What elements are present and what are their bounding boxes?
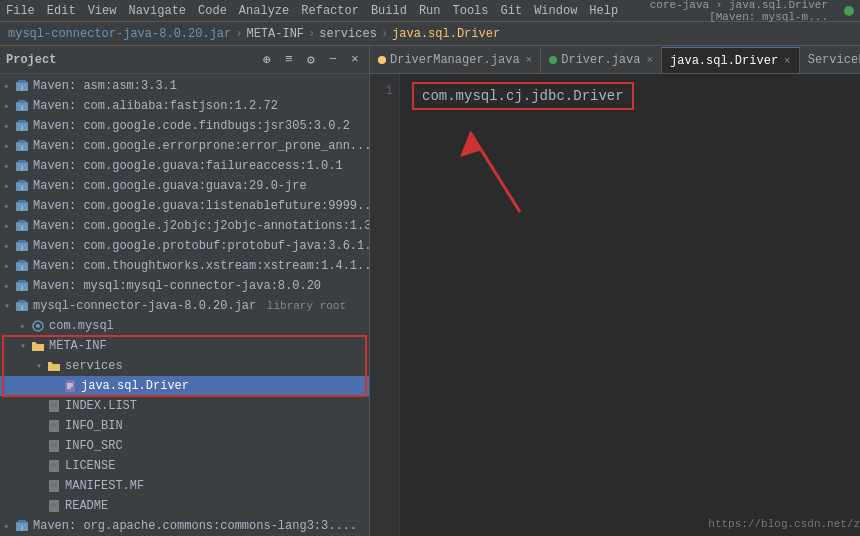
tab-serviceloader[interactable]: ServiceLoa... × <box>800 47 860 73</box>
tab-label-java-sql-driver: java.sql.Driver <box>670 54 778 68</box>
sidebar: Project ⊕ ≡ ⚙ − × ▸jMaven: asm:asm:3.3.1… <box>0 46 370 536</box>
menu-git[interactable]: Git <box>501 4 523 18</box>
tree-arrow-maven-commons[interactable]: ▸ <box>0 520 14 532</box>
tree-arrow-maven-mysql[interactable]: ▸ <box>0 280 14 292</box>
tree-label-info-src: INFO_SRC <box>65 439 123 453</box>
tree-item-readme[interactable]: README <box>0 496 369 516</box>
menu-help[interactable]: Help <box>589 4 618 18</box>
svg-text:j: j <box>20 244 23 251</box>
tree-icon-com-mysql <box>30 319 46 333</box>
tree-label-maven-guava-failureaccess: Maven: com.google.guava:failureaccess:1.… <box>33 159 343 173</box>
menu-edit[interactable]: Edit <box>47 4 76 18</box>
window-title: core-java › java.sql.Driver [Maven: mysq… <box>630 0 828 23</box>
menu-build[interactable]: Build <box>371 4 407 18</box>
tree-label-license: LICENSE <box>65 459 115 473</box>
tree-arrow-com-mysql[interactable]: ▸ <box>16 320 30 332</box>
tree-arrow-maven-xstream[interactable]: ▸ <box>0 260 14 272</box>
tree-item-maven-findbugs[interactable]: ▸jMaven: com.google.code.findbugs:jsr305… <box>0 116 369 136</box>
tree-item-maven-guava[interactable]: ▸jMaven: com.google.guava:guava:29.0-jre <box>0 176 369 196</box>
tree-item-jar-root[interactable]: ▾jmysql-connector-java-8.0.20.jar librar… <box>0 296 369 316</box>
svg-text:j: j <box>20 104 23 111</box>
breadcrumb-part2[interactable]: META-INF <box>246 27 304 41</box>
tree-label-maven-xstream: Maven: com.thoughtworks.xstream:xstream:… <box>33 259 369 273</box>
breadcrumb-part4[interactable]: java.sql.Driver <box>392 27 500 41</box>
project-tree[interactable]: ▸jMaven: asm:asm:3.3.1▸jMaven: com.aliba… <box>0 74 369 536</box>
tree-label-manifest-mf: MANIFEST.MF <box>65 479 144 493</box>
tab-close-driver[interactable]: × <box>646 54 653 66</box>
sidebar-add-icon[interactable]: ⊕ <box>259 52 275 68</box>
tree-item-maven-protobuf[interactable]: ▸jMaven: com.google.protobuf:protobuf-ja… <box>0 236 369 256</box>
menu-refactor[interactable]: Refactor <box>301 4 359 18</box>
tree-arrow-jar-root[interactable]: ▾ <box>0 300 14 312</box>
tree-arrow-maven-findbugs[interactable]: ▸ <box>0 120 14 132</box>
sidebar-close-icon[interactable]: × <box>347 52 363 68</box>
menu-analyze[interactable]: Analyze <box>239 4 289 18</box>
menu-file[interactable]: File <box>6 4 35 18</box>
menu-view[interactable]: View <box>88 4 117 18</box>
tab-close-drivermanager[interactable]: × <box>526 54 533 66</box>
tree-item-maven-asm[interactable]: ▸jMaven: asm:asm:3.3.1 <box>0 76 369 96</box>
svg-rect-10 <box>18 140 26 143</box>
tab-java-sql-driver[interactable]: java.sql.Driver × <box>662 47 800 73</box>
tree-arrow-maven-fastjson[interactable]: ▸ <box>0 100 14 112</box>
tree-item-license[interactable]: LICENSE <box>0 456 369 476</box>
tree-icon-info-bin <box>46 419 62 433</box>
tree-item-info-bin[interactable]: INFO_BIN <box>0 416 369 436</box>
tree-item-manifest-mf[interactable]: MANIFEST.MF <box>0 476 369 496</box>
svg-text:j: j <box>20 224 23 231</box>
svg-rect-16 <box>18 180 26 183</box>
tree-item-maven-commons[interactable]: ▸jMaven: org.apache.commons:commons-lang… <box>0 516 369 536</box>
tree-item-maven-mysql[interactable]: ▸jMaven: mysql:mysql-connector-java:8.0.… <box>0 276 369 296</box>
code-area[interactable]: com.mysql.cj.jdbc.Driver <box>400 74 860 536</box>
breadcrumb-part3[interactable]: services <box>319 27 377 41</box>
tree-item-java-sql-driver[interactable]: java.sql.Driver <box>0 376 369 396</box>
tree-arrow-maven-asm[interactable]: ▸ <box>0 80 14 92</box>
menu-tools[interactable]: Tools <box>453 4 489 18</box>
tree-arrow-services[interactable]: ▾ <box>32 360 46 372</box>
tree-item-maven-xstream[interactable]: ▸jMaven: com.thoughtworks.xstream:xstrea… <box>0 256 369 276</box>
tree-icon-maven-j2objc: j <box>14 219 30 233</box>
tab-close-java-sql-driver[interactable]: × <box>784 55 791 67</box>
menu-navigate[interactable]: Navigate <box>128 4 186 18</box>
line-numbers: 1 <box>370 74 400 536</box>
svg-text:j: j <box>20 124 23 131</box>
sidebar-collapse-icon[interactable]: − <box>325 52 341 68</box>
tab-label-drivermanager: DriverManager.java <box>390 53 520 67</box>
tree-arrow-maven-guava[interactable]: ▸ <box>0 180 14 192</box>
tree-arrow-maven-errorprone[interactable]: ▸ <box>0 140 14 152</box>
sidebar-settings-icon[interactable]: ⚙ <box>303 52 319 68</box>
tree-arrow-maven-j2objc[interactable]: ▸ <box>0 220 14 232</box>
tree-item-index-list[interactable]: INDEX.LIST <box>0 396 369 416</box>
tree-item-info-src[interactable]: INFO_SRC <box>0 436 369 456</box>
tree-label-meta-inf: META-INF <box>49 339 107 353</box>
tree-icon-java-sql-driver <box>62 379 78 393</box>
svg-text:j: j <box>20 184 23 191</box>
tree-item-meta-inf[interactable]: ▾META-INF <box>0 336 369 356</box>
tree-arrow-meta-inf[interactable]: ▾ <box>16 340 30 352</box>
tree-item-maven-guava-failureaccess[interactable]: ▸jMaven: com.google.guava:failureaccess:… <box>0 156 369 176</box>
sidebar-list-icon[interactable]: ≡ <box>281 52 297 68</box>
menu-code[interactable]: Code <box>198 4 227 18</box>
menu-run[interactable]: Run <box>419 4 441 18</box>
menu-window[interactable]: Window <box>534 4 577 18</box>
breadcrumb-part1[interactable]: mysql-connector-java-8.0.20.jar <box>8 27 231 41</box>
tree-label-info-bin: INFO_BIN <box>65 419 123 433</box>
tab-driver-java[interactable]: Driver.java × <box>541 47 662 73</box>
tree-arrow-maven-guava-listenable[interactable]: ▸ <box>0 200 14 212</box>
svg-rect-34 <box>18 300 26 303</box>
tree-item-com-mysql[interactable]: ▸com.mysql <box>0 316 369 336</box>
tree-icon-readme <box>46 499 62 513</box>
svg-line-63 <box>470 132 520 212</box>
tree-item-maven-fastjson[interactable]: ▸jMaven: com.alibaba:fastjson:1.2.72 <box>0 96 369 116</box>
tree-icon-info-src <box>46 439 62 453</box>
tree-item-services[interactable]: ▾services <box>0 356 369 376</box>
tree-item-maven-j2objc[interactable]: ▸jMaven: com.google.j2objc:j2objc-annota… <box>0 216 369 236</box>
tree-item-maven-errorprone[interactable]: ▸jMaven: com.google.errorprone:error_pro… <box>0 136 369 156</box>
tree-arrow-maven-guava-failureaccess[interactable]: ▸ <box>0 160 14 172</box>
tab-drivermanager[interactable]: DriverManager.java × <box>370 47 541 73</box>
tree-arrow-maven-protobuf[interactable]: ▸ <box>0 240 14 252</box>
breadcrumb-sep2: › <box>308 27 315 41</box>
tree-label-maven-commons: Maven: org.apache.commons:commons-lang3:… <box>33 519 357 533</box>
tree-label-java-sql-driver: java.sql.Driver <box>81 379 189 393</box>
tree-item-maven-guava-listenable[interactable]: ▸jMaven: com.google.guava:listenablefutu… <box>0 196 369 216</box>
